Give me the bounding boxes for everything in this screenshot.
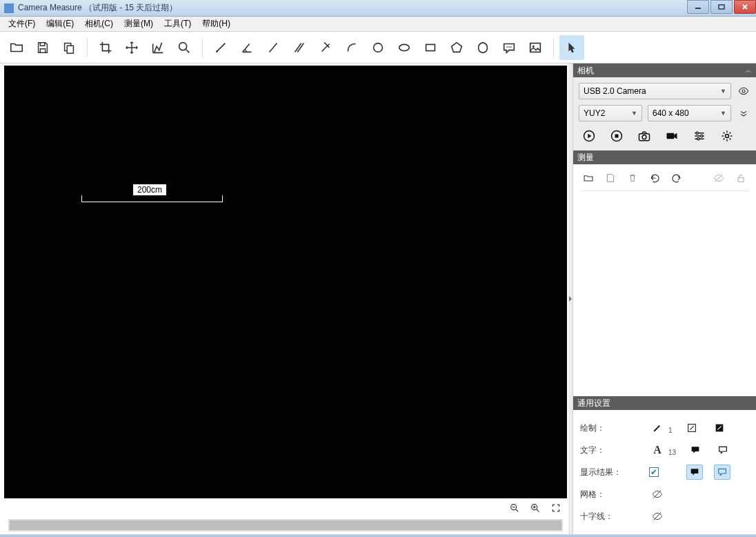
sidepanel: 相机 ︿ USB 2.0 Camera▼ YUY2▼ 640 x 480▼ (573, 64, 756, 534)
preview-icon[interactable] (737, 84, 750, 98)
measure-undo-button[interactable] (648, 171, 662, 185)
maximize-button[interactable] (710, 0, 733, 14)
annotation-tool[interactable] (497, 35, 521, 60)
minimize-button[interactable] (687, 0, 709, 14)
chevron-down-icon: ▼ (720, 88, 726, 95)
circle-tool[interactable] (366, 35, 390, 60)
menu-help[interactable]: 帮助(H) (197, 17, 236, 31)
measurement-bar (81, 202, 223, 202)
toolbar-separator (553, 38, 554, 57)
draw-size-value: 1 (668, 427, 673, 434)
camera-format-select[interactable]: YUY2▼ (579, 105, 642, 121)
draw-fill-button[interactable] (711, 420, 728, 436)
measure-delete-button[interactable] (626, 171, 639, 185)
svg-rect-35 (615, 135, 619, 138)
text-font-button[interactable]: A (649, 442, 666, 458)
pointer-tool[interactable] (559, 35, 584, 60)
svg-rect-38 (667, 133, 675, 139)
parallel-lines-tool[interactable] (287, 35, 312, 60)
arc-tool[interactable] (339, 35, 364, 60)
canvas-controls (4, 498, 567, 518)
svg-point-20 (508, 46, 510, 48)
result-bubble-fill-button[interactable] (686, 465, 703, 480)
angle-tool[interactable] (235, 35, 259, 60)
grid-label: 网格： (580, 489, 635, 500)
expand-down-icon[interactable] (737, 106, 750, 120)
settings-button[interactable] (718, 127, 736, 145)
app-icon (4, 3, 14, 13)
measure-visibility-button[interactable] (712, 171, 726, 185)
copy-button[interactable] (57, 35, 81, 60)
svg-point-15 (374, 43, 383, 52)
crosshair-visibility-button[interactable] (649, 509, 666, 524)
measure-panel-header[interactable]: 测量 (573, 150, 756, 164)
fullscreen-button[interactable] (549, 501, 563, 515)
line-tool[interactable] (208, 35, 233, 60)
polygon-tool[interactable] (470, 35, 495, 60)
settings-row-crosshair: 十字线： (580, 505, 749, 527)
move-button[interactable] (119, 35, 144, 60)
rectangle-tool[interactable] (418, 35, 443, 60)
camera-panel-header[interactable]: 相机 ︿ (573, 64, 756, 77)
grid-visibility-button[interactable] (649, 487, 666, 502)
menu-tools[interactable]: 工具(T) (159, 17, 197, 31)
result-checkbox[interactable]: ✔ (649, 467, 659, 477)
svg-rect-1 (719, 5, 724, 9)
camera-panel-title: 相机 (577, 65, 594, 77)
settings-panel-header[interactable]: 通用设置 (573, 396, 756, 410)
zoom-in-button[interactable] (528, 501, 542, 515)
ellipse-tool[interactable] (392, 35, 417, 60)
menu-measure[interactable]: 测量(M) (119, 17, 159, 31)
settings-panel: 通用设置 绘制： 1 文字： A 13 (573, 396, 756, 534)
measure-save-button[interactable] (604, 171, 617, 185)
menu-edit[interactable]: 编辑(E) (41, 17, 79, 31)
svg-rect-17 (426, 44, 435, 50)
crop-button[interactable] (93, 35, 118, 60)
toolbar (0, 32, 756, 64)
measure-open-button[interactable] (581, 171, 595, 185)
play-button[interactable] (580, 127, 598, 145)
menu-file[interactable]: 文件(F) (3, 17, 41, 31)
snapshot-button[interactable] (635, 127, 653, 145)
svg-point-19 (506, 46, 508, 48)
svg-line-10 (270, 43, 277, 52)
toolbar-separator (87, 38, 88, 57)
zoom-button[interactable] (172, 35, 197, 60)
measure-lock-button[interactable] (734, 171, 748, 185)
histogram-button[interactable] (146, 35, 170, 60)
zoom-out-button[interactable] (508, 501, 521, 515)
svg-line-26 (516, 509, 518, 511)
draw-edit-button[interactable] (684, 420, 700, 436)
adjust-button[interactable] (690, 127, 708, 145)
horizontal-scrollbar[interactable] (8, 519, 563, 531)
draw-pen-button[interactable] (649, 420, 666, 436)
perpendicular-tool[interactable] (313, 35, 338, 60)
measurement-line[interactable] (81, 195, 223, 202)
svg-line-13 (322, 43, 330, 51)
open-button[interactable] (4, 35, 29, 60)
image-tool[interactable] (523, 35, 548, 60)
camera-panel: 相机 ︿ USB 2.0 Camera▼ YUY2▼ 640 x 480▼ (573, 64, 756, 150)
canvas[interactable]: 200cm (4, 66, 567, 498)
record-button[interactable] (663, 127, 681, 145)
window-controls (687, 0, 756, 16)
save-button[interactable] (30, 35, 55, 60)
settings-row-draw: 绘制： 1 (580, 417, 749, 439)
text-bubble-fill-button[interactable] (687, 442, 704, 458)
measure-redo-button[interactable] (670, 171, 684, 185)
camera-resolution-select[interactable]: 640 x 480▼ (648, 105, 731, 121)
result-bubble-outline-button[interactable] (714, 465, 730, 480)
close-button[interactable] (734, 0, 756, 14)
text-bubble-outline-button[interactable] (715, 442, 731, 458)
stop-button[interactable] (608, 127, 626, 145)
single-line-tool[interactable] (261, 35, 286, 60)
measure-list[interactable] (580, 191, 749, 344)
svg-point-21 (510, 46, 512, 48)
menu-camera[interactable]: 相机(C) (79, 17, 119, 31)
pentagon-tool[interactable] (444, 35, 469, 60)
svg-rect-22 (530, 43, 541, 52)
scrollbar-thumb[interactable] (10, 520, 561, 530)
camera-device-select[interactable]: USB 2.0 Camera▼ (579, 83, 731, 99)
camera-panel-body: USB 2.0 Camera▼ YUY2▼ 640 x 480▼ (573, 77, 756, 150)
svg-point-31 (742, 90, 745, 92)
